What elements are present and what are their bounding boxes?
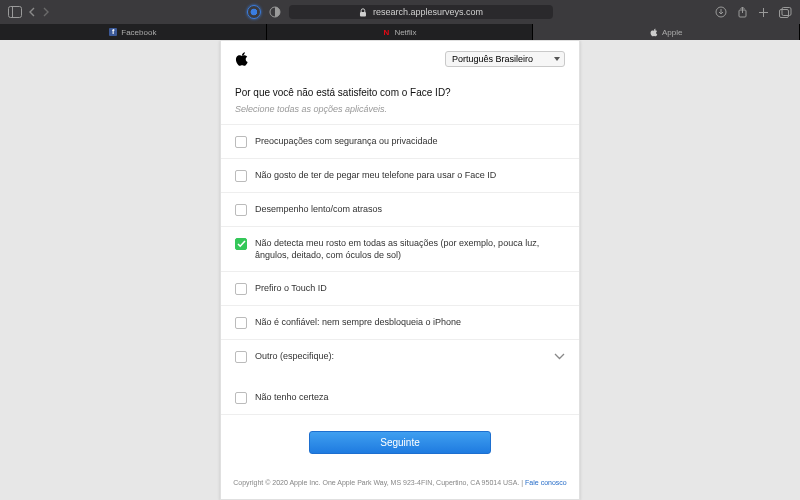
checkbox[interactable] <box>235 238 247 250</box>
tab-label: Apple <box>662 28 682 37</box>
downloads-icon[interactable] <box>715 6 727 18</box>
checkbox[interactable] <box>235 136 247 148</box>
sidebar-toggle-icon[interactable] <box>8 6 22 18</box>
options-list: Preocupações com segurança ou privacidad… <box>221 124 579 415</box>
shield-icon[interactable] <box>269 6 281 18</box>
svg-rect-9 <box>782 7 791 15</box>
address-bar[interactable]: research.applesurveys.com <box>289 5 553 19</box>
checkbox[interactable] <box>235 317 247 329</box>
new-tab-icon[interactable] <box>758 7 769 18</box>
checkbox[interactable] <box>235 392 247 404</box>
svg-rect-3 <box>360 12 366 17</box>
option-row[interactable]: Outro (especifique): <box>221 340 579 374</box>
chevron-down-icon[interactable] <box>554 352 565 362</box>
checkbox[interactable] <box>235 283 247 295</box>
forward-button[interactable] <box>42 7 50 17</box>
survey-instruction: Selecione todas as opções aplicáveis. <box>221 102 579 124</box>
facebook-icon: f <box>109 28 117 36</box>
svg-rect-8 <box>780 9 789 17</box>
option-label: Não é confiável: nem sempre desbloqueia … <box>255 316 461 328</box>
option-label: Não gosto de ter de pegar meu telefone p… <box>255 169 496 181</box>
back-button[interactable] <box>28 7 36 17</box>
footer-contact-link[interactable]: Fale conosco <box>525 479 567 486</box>
share-icon[interactable] <box>737 6 748 18</box>
page-viewport: Português Brasileiro Por que você não es… <box>0 40 800 500</box>
option-row[interactable]: Preocupações com segurança ou privacidad… <box>221 125 579 159</box>
option-label: Preocupações com segurança ou privacidad… <box>255 135 438 147</box>
tab-label: Netflix <box>394 28 416 37</box>
browser-toolbar: research.applesurveys.com <box>0 0 800 24</box>
url-text: research.applesurveys.com <box>373 7 483 17</box>
option-label: Não tenho certeza <box>255 391 329 403</box>
option-row[interactable]: Não detecta meu rosto em todas as situaç… <box>221 227 579 272</box>
checkbox[interactable] <box>235 170 247 182</box>
apple-icon <box>650 28 658 36</box>
tab-netflix[interactable]: N Netflix <box>267 24 534 40</box>
option-row[interactable]: Não é confiável: nem sempre desbloqueia … <box>221 306 579 340</box>
option-row[interactable]: Desempenho lento/com atrasos <box>221 193 579 227</box>
apple-logo-icon <box>235 51 249 67</box>
option-label: Outro (especifique): <box>255 350 334 362</box>
lock-icon <box>359 8 367 17</box>
tab-apple[interactable]: Apple <box>533 24 800 40</box>
survey-question: Por que você não está satisfeito com o F… <box>221 73 579 102</box>
checkbox[interactable] <box>235 204 247 216</box>
language-selected-value: Português Brasileiro <box>452 54 533 64</box>
language-select[interactable]: Português Brasileiro <box>445 51 565 67</box>
option-label: Prefiro o Touch ID <box>255 282 327 294</box>
tab-facebook[interactable]: f Facebook <box>0 24 267 40</box>
survey-card: Português Brasileiro Por que você não es… <box>220 40 580 500</box>
option-row[interactable]: Prefiro o Touch ID <box>221 272 579 306</box>
option-row[interactable]: Não gosto de ter de pegar meu telefone p… <box>221 159 579 193</box>
svg-rect-0 <box>9 7 22 18</box>
tabs-overview-icon[interactable] <box>779 7 792 18</box>
tab-label: Facebook <box>121 28 156 37</box>
option-label: Desempenho lento/com atrasos <box>255 203 382 215</box>
netflix-icon: N <box>382 28 390 36</box>
option-row[interactable]: Não tenho certeza <box>221 373 579 415</box>
option-label: Não detecta meu rosto em todas as situaç… <box>255 237 565 261</box>
privacy-report-icon[interactable] <box>247 5 261 19</box>
tab-strip: f Facebook N Netflix Apple <box>0 24 800 40</box>
footer-copyright: Copyright © 2020 Apple Inc. One Apple Pa… <box>233 479 525 486</box>
checkbox[interactable] <box>235 351 247 363</box>
footer: Copyright © 2020 Apple Inc. One Apple Pa… <box>221 472 579 498</box>
next-button[interactable]: Seguinte <box>309 431 490 454</box>
